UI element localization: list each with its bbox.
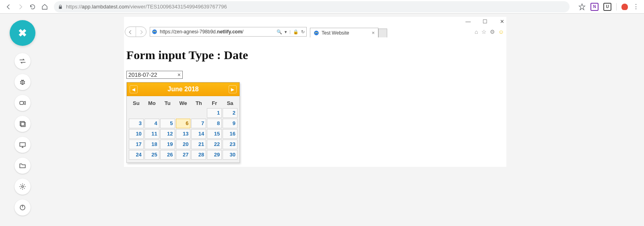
ie-back-button[interactable] (125, 27, 136, 37)
toolbar-right: N U ⋮ (576, 2, 642, 12)
datepicker-day[interactable]: 21 (191, 140, 206, 149)
datepicker-day[interactable]: 15 (207, 129, 222, 139)
monitor-icon (19, 141, 26, 148)
datepicker-day[interactable]: 30 (223, 150, 237, 160)
datepicker-day[interactable]: 13 (176, 129, 191, 139)
ie-tab-title: Test Website (322, 30, 349, 36)
datepicker-day[interactable]: 25 (144, 150, 159, 160)
ie-title-bar: — ☐ ✕ (124, 17, 506, 26)
datepicker-day[interactable]: 1 (207, 108, 222, 118)
end-session-button[interactable] (14, 199, 31, 216)
datepicker-next-button[interactable]: ▶ (229, 85, 237, 93)
datepicker-dow: Fr (206, 99, 222, 108)
home-button[interactable] (39, 2, 50, 12)
datepicker-week-row: 10111213141516 (128, 129, 238, 139)
datepicker-day[interactable]: 18 (144, 140, 159, 149)
datepicker-day[interactable]: 10 (129, 129, 144, 139)
forward-button[interactable] (15, 2, 26, 12)
datepicker-header: ◀ June 2018 ▶ (127, 82, 239, 96)
datepicker-day[interactable]: 9 (223, 119, 237, 128)
ie-tab-active[interactable]: Test Website × (310, 28, 378, 37)
ie-tools-button[interactable]: ⚙ (490, 29, 495, 35)
ie-lock-icon: 🔒 (293, 29, 299, 35)
datepicker-empty (176, 108, 191, 118)
reload-button[interactable] (27, 2, 38, 12)
switch-button[interactable] (14, 53, 31, 69)
ie-favorites-button[interactable]: ☆ (481, 29, 487, 35)
datepicker-day[interactable]: 14 (191, 129, 206, 139)
folder-icon (19, 162, 26, 169)
ie-address-bar[interactable]: https://zen-agnesi-798b9d.netlify.com/ 🔍… (150, 27, 307, 37)
ie-tab-close-button[interactable]: × (372, 30, 375, 36)
datepicker-dow-row: SuMoTuWeThFrSa (128, 99, 238, 108)
ie-refresh-button[interactable]: ↻ (301, 29, 305, 35)
datepicker-day[interactable]: 12 (160, 129, 175, 139)
datepicker-day[interactable]: 4 (144, 119, 159, 128)
datepicker-day[interactable]: 2 (223, 108, 237, 118)
home-icon (41, 4, 48, 10)
ie-window: — ☐ ✕ https://zen-agnesi-798b9d.netlify.… (124, 17, 506, 167)
url-text: https://app.lambdatest.com/viewer/TES100… (66, 4, 227, 10)
datepicker-month-label: June 2018 (167, 86, 198, 93)
datepicker-day[interactable]: 27 (176, 150, 191, 160)
ie-tabs: Test Website × (310, 26, 387, 37)
datepicker-day[interactable]: 17 (129, 140, 144, 149)
ie-home-button[interactable]: ⌂ (475, 29, 478, 35)
datepicker-day[interactable]: 5 (160, 119, 175, 128)
datepicker-day[interactable]: 28 (191, 150, 206, 160)
page-title: Form input Type : Date (126, 48, 504, 62)
datepicker-day[interactable]: 20 (176, 140, 191, 149)
date-input-clear-button[interactable]: × (178, 72, 181, 78)
datepicker-day[interactable]: 24 (129, 150, 144, 160)
datepicker-prev-button[interactable]: ◀ (130, 85, 138, 93)
window-close-button[interactable]: ✕ (498, 18, 506, 25)
ie-forward-button[interactable] (136, 27, 146, 37)
datepicker-day[interactable]: 22 (207, 140, 222, 149)
ie-page-content: Form input Type : Date 2018-07-22 × ◀ Ju… (124, 38, 506, 167)
ie-search-icon[interactable]: 🔍 (277, 29, 282, 35)
window-maximize-button[interactable]: ☐ (481, 18, 489, 25)
date-input[interactable]: 2018-07-22 × (126, 71, 183, 79)
ie-new-tab-button[interactable] (378, 29, 387, 37)
files-button[interactable] (14, 158, 31, 174)
record-video-button[interactable] (14, 95, 31, 111)
bookmark-star-button[interactable] (577, 2, 587, 12)
gallery-icon (19, 120, 26, 127)
lambdatest-sidebar: ✖ (10, 20, 35, 218)
ie-page-tools: ⌂ ☆ ⚙ ☺ (475, 29, 506, 35)
datepicker-day[interactable]: 3 (129, 119, 144, 128)
ie-feedback-button[interactable]: ☺ (498, 29, 504, 35)
arrow-right-icon (138, 29, 144, 35)
datepicker-day[interactable]: 26 (160, 150, 175, 160)
power-icon (19, 204, 26, 211)
screenshot-button[interactable] (14, 116, 31, 132)
close-icon: ✖ (18, 27, 27, 39)
settings-button[interactable] (14, 179, 31, 195)
profile-avatar-icon[interactable] (621, 4, 628, 10)
datepicker-dow: Tu (160, 99, 175, 108)
datepicker-day[interactable]: 29 (207, 150, 222, 160)
close-session-button[interactable]: ✖ (10, 20, 35, 46)
arrow-right-icon (17, 4, 24, 10)
datepicker-day[interactable]: 23 (223, 140, 237, 149)
datepicker: ◀ June 2018 ▶ SuMoTuWeThFrSa 12345678910… (126, 82, 240, 163)
chrome-menu-button[interactable]: ⋮ (633, 3, 639, 10)
window-minimize-button[interactable]: — (464, 18, 472, 25)
back-button[interactable] (3, 2, 14, 12)
mark-bug-button[interactable] (14, 74, 31, 90)
datepicker-day[interactable]: 19 (160, 140, 175, 149)
datepicker-day[interactable]: 7 (191, 119, 206, 128)
address-bar[interactable]: https://app.lambdatest.com/viewer/TES100… (54, 1, 570, 12)
ie-search-dropdown[interactable]: ▾ (285, 29, 287, 35)
resolution-button[interactable] (14, 137, 31, 153)
svg-rect-1 (20, 101, 23, 105)
datepicker-day[interactable]: 8 (207, 119, 222, 128)
datepicker-day[interactable]: 6 (176, 119, 191, 128)
extension-u-icon[interactable]: U (603, 3, 611, 11)
datepicker-empty (129, 108, 144, 118)
extension-onenote-icon[interactable]: N (590, 3, 599, 11)
datepicker-day[interactable]: 11 (144, 129, 159, 139)
datepicker-week-row: 24252627282930 (128, 150, 238, 160)
datepicker-dow: Sa (222, 99, 238, 108)
datepicker-day[interactable]: 16 (223, 129, 237, 139)
